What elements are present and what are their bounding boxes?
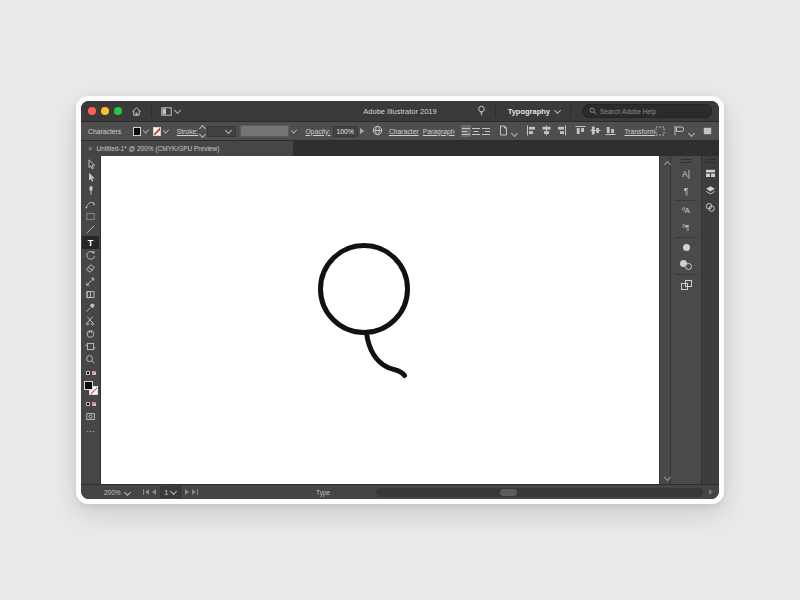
panel-menu-button[interactable] <box>703 127 712 136</box>
fill-stroke-indicator[interactable] <box>82 379 99 397</box>
character-panel-tab[interactable]: A| <box>671 165 701 182</box>
align-text-center-button[interactable] <box>471 125 481 137</box>
chevron-down-icon <box>143 127 149 133</box>
align-horizontal-center-button[interactable] <box>541 125 552 137</box>
opacity-popup-arrow-icon[interactable] <box>360 128 364 134</box>
arrange-documents-button[interactable] <box>157 104 185 118</box>
symbols-panel-button[interactable] <box>702 199 719 216</box>
isolate-selection-button[interactable] <box>673 125 695 137</box>
paragraph-panel-tab[interactable]: ¶ <box>671 182 701 199</box>
paragraph-styles-icon: º¶ <box>683 223 690 232</box>
opacity-value-field[interactable]: 100% <box>333 126 358 137</box>
pen-tool[interactable] <box>82 184 99 197</box>
edit-toolbar-button[interactable]: … <box>82 423 99 436</box>
direct-selection-tool[interactable] <box>82 171 99 184</box>
align-center-icon <box>471 127 481 136</box>
eraser-tool[interactable] <box>82 262 99 275</box>
stroke-weight-select[interactable] <box>207 126 236 137</box>
fill-swatch-black[interactable] <box>84 381 93 390</box>
panel-drag-handle[interactable] <box>681 159 691 163</box>
main-area: T <box>81 156 719 484</box>
app-window: Adobe Illustrator 2019 Typography Search <box>76 96 724 504</box>
gradient-panel-tab[interactable] <box>671 256 701 273</box>
document-options-button[interactable] <box>499 125 519 137</box>
zoom-tool[interactable] <box>82 353 99 366</box>
line-segment-tool[interactable] <box>82 223 99 236</box>
last-artboard-button[interactable] <box>192 489 198 495</box>
stroke-weight-stepper[interactable] <box>200 126 205 137</box>
artboards-panel-tab[interactable] <box>671 276 701 293</box>
artboard-icon <box>85 341 96 352</box>
horizontal-scrollbar[interactable] <box>376 488 703 497</box>
panel-drag-handle[interactable] <box>706 159 716 163</box>
close-tab-icon[interactable]: × <box>88 145 92 153</box>
paragraph-panel-link[interactable]: Paragraph <box>423 128 455 135</box>
ellipsis-icon: … <box>86 428 95 431</box>
align-vertical-center-button[interactable] <box>590 125 601 137</box>
search-input[interactable]: Search Adobe Help <box>582 104 712 118</box>
zoom-window-button[interactable] <box>114 107 122 115</box>
gpu-performance-button[interactable] <box>473 104 490 118</box>
align-left-icon <box>461 127 471 136</box>
rectangle-tool[interactable] <box>82 210 99 223</box>
next-artboard-button[interactable] <box>185 489 189 495</box>
drawing-modes-button[interactable] <box>82 410 99 423</box>
home-button[interactable] <box>127 104 146 118</box>
document-setup-globe-button[interactable] <box>372 125 383 137</box>
rotate-tool[interactable] <box>82 249 99 262</box>
stroke-label[interactable]: Stroke: <box>177 128 199 135</box>
fill-color-swatch[interactable] <box>133 127 141 136</box>
artboard-canvas[interactable] <box>101 156 659 484</box>
scroll-down-arrow-icon[interactable] <box>664 474 671 481</box>
default-fill-stroke-button[interactable] <box>82 366 99 379</box>
chevron-down-icon <box>199 130 206 137</box>
document-tab[interactable]: × Untitled-1* @ 200% (CMYK/GPU Preview) <box>81 141 293 156</box>
selection-tool[interactable] <box>82 158 99 171</box>
horizontal-scrollbar-thumb[interactable] <box>500 489 517 496</box>
type-tool[interactable]: T <box>82 236 99 249</box>
color-controls[interactable] <box>82 397 99 410</box>
selection-options-button[interactable] <box>655 126 665 137</box>
artboard-tool[interactable] <box>82 340 99 353</box>
minimize-window-button[interactable] <box>101 107 109 115</box>
transform-link[interactable]: Transform <box>624 128 655 135</box>
artboard-number-select[interactable]: 1 <box>160 486 181 498</box>
opacity-label[interactable]: Opacity: <box>306 128 331 135</box>
width-tool[interactable] <box>82 288 99 301</box>
zoom-level-value: 200% <box>104 489 121 496</box>
align-text-left-button[interactable] <box>461 125 471 137</box>
stroke-color-swatch[interactable] <box>153 127 161 136</box>
color-panel-tab[interactable] <box>671 239 701 256</box>
align-horizontal-right-button[interactable] <box>556 125 567 137</box>
align-text-right-button[interactable] <box>481 125 491 137</box>
scissors-tool[interactable] <box>82 314 99 327</box>
align-vertical-bottom-button[interactable] <box>605 125 616 137</box>
workspace-switcher[interactable]: Typography <box>501 104 565 118</box>
zoom-level-select[interactable]: 200% <box>104 489 131 496</box>
character-styles-icon: ºA <box>682 206 690 215</box>
collapsed-panels-column: A| ¶ ºA º¶ <box>670 156 701 484</box>
scale-tool[interactable] <box>82 275 99 288</box>
variable-width-profile-field[interactable] <box>240 125 290 137</box>
align-vertical-top-button[interactable] <box>575 125 586 137</box>
vertical-scrollbar[interactable] <box>659 156 670 484</box>
panel-group-separator <box>675 200 697 201</box>
first-artboard-button[interactable] <box>143 489 149 495</box>
curvature-tool[interactable] <box>82 197 99 210</box>
libraries-panel-button[interactable] <box>702 165 719 182</box>
scroll-right-arrow-icon[interactable] <box>709 489 713 495</box>
eyedropper-tool[interactable] <box>82 301 99 314</box>
layers-panel-button[interactable] <box>702 182 719 199</box>
close-window-button[interactable] <box>88 107 96 115</box>
document-icon <box>499 125 508 136</box>
previous-artboard-button[interactable] <box>152 489 156 495</box>
align-horizontal-left-button[interactable] <box>526 125 537 137</box>
status-bar: 200% 1 Type <box>81 484 719 499</box>
paragraph-styles-panel-tab[interactable]: º¶ <box>671 219 701 236</box>
libraries-icon <box>705 168 716 179</box>
gradient-panel-icon <box>680 260 692 270</box>
hand-tool[interactable] <box>82 327 99 340</box>
character-styles-panel-tab[interactable]: ºA <box>671 202 701 219</box>
character-panel-link[interactable]: Character <box>389 128 419 135</box>
scroll-up-arrow-icon[interactable] <box>664 161 671 168</box>
